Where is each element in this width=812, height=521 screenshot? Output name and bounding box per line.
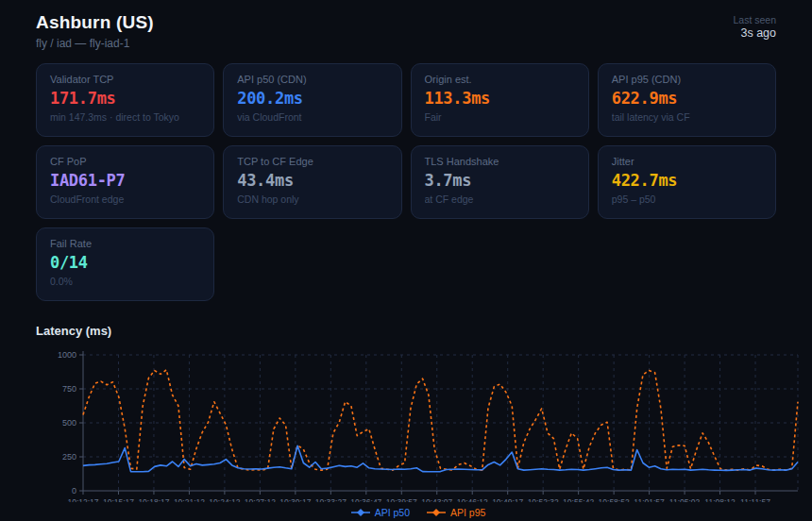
metric-label: Origin est. [425,74,575,85]
svg-text:10:43:07: 10:43:07 [421,497,452,502]
last-seen-label: Last seen [733,14,776,25]
svg-text:10:12:17: 10:12:17 [67,497,98,502]
metric-sub: 0.0% [50,276,200,287]
svg-text:500: 500 [62,418,76,428]
metric-card-fail-rate: Fail Rate0/140.0% [36,227,214,301]
metric-card-validator-tcp: Validator TCP171.7msmin 147.3ms · direct… [36,63,214,137]
metric-sub: min 147.3ms · direct to Tokyo [50,111,200,123]
svg-text:10:18:17: 10:18:17 [138,497,169,502]
metric-card-origin-est: Origin est.113.3msFair [411,63,589,137]
metric-label: Fail Rate [50,238,200,249]
svg-text:10:49:17: 10:49:17 [492,497,523,502]
latency-chart-section: Latency (ms) 0250500750100010:12:1710:15… [36,324,812,518]
metric-label: TCP to CF Edge [237,156,387,167]
metric-value: IAD61-P7 [50,171,200,190]
metric-sub: via CloudFront [237,111,387,123]
legend-line-marker-icon [427,508,446,517]
metric-value: 0/14 [50,253,200,272]
svg-text:10:30:17: 10:30:17 [279,497,311,502]
svg-text:0: 0 [72,486,76,496]
header: Ashburn (US) fly / iad — fly-iad-1 Last … [0,0,812,50]
legend-line-marker-icon [351,508,370,517]
page-title: Ashburn (US) [36,12,154,33]
metric-label: API p95 (CDN) [612,74,762,85]
latency-line-chart[interactable]: 0250500750100010:12:1710:15:1710:18:1710… [36,344,801,502]
metric-sub: CDN hop only [237,193,387,205]
legend-label: API p50 [375,507,410,518]
metric-value: 171.7ms [50,89,200,108]
legend-item-api-p50[interactable]: API p50 [351,507,410,518]
svg-text:250: 250 [62,452,76,462]
metric-card-tls-handshake: TLS Handshake3.7msat CF edge [411,145,589,219]
header-left: Ashburn (US) fly / iad — fly-iad-1 [36,12,154,50]
svg-text:11:05:02: 11:05:02 [669,497,701,502]
svg-text:10:36:47: 10:36:47 [350,497,381,502]
metric-sub: tail latency via CF [612,111,762,123]
svg-text:11:01:57: 11:01:57 [634,497,665,502]
metric-card-jitter: Jitter422.7msp95 – p50 [598,145,776,219]
legend-item-api-p95[interactable]: API p95 [427,507,485,518]
chart-title: Latency (ms) [36,324,812,338]
svg-text:10:46:12: 10:46:12 [457,497,488,502]
svg-text:1000: 1000 [58,350,76,360]
metric-card-cf-pop: CF PoPIAD61-P7CloudFront edge [36,145,214,219]
metric-label: CF PoP [50,156,200,167]
metric-label: Jitter [612,156,762,167]
metric-value: 113.3ms [425,89,575,108]
svg-text:11:08:12: 11:08:12 [704,497,736,502]
svg-text:10:33:27: 10:33:27 [315,497,347,502]
last-seen: Last seen 3s ago [733,12,776,40]
latency-dashboard: Ashburn (US) fly / iad — fly-iad-1 Last … [0,0,812,521]
metric-card-api-p95-cdn: API p95 (CDN)622.9mstail latency via CF [598,63,776,137]
svg-text:10:15:17: 10:15:17 [103,497,134,502]
metric-value: 3.7ms [425,171,575,190]
metric-value: 422.7ms [612,171,762,190]
series-line-api-p95 [83,370,798,470]
svg-text:10:52:32: 10:52:32 [528,497,559,502]
svg-text:10:55:42: 10:55:42 [563,497,594,502]
metric-card-tcp-to-cf-edge: TCP to CF Edge43.4msCDN hop only [223,145,401,219]
metric-label: Validator TCP [50,74,200,85]
metric-sub: p95 – p50 [612,193,762,205]
metric-card-api-p50-cdn: API p50 (CDN)200.2msvia CloudFront [223,63,401,137]
metric-sub: Fair [425,111,575,123]
svg-text:11:11:57: 11:11:57 [740,497,770,502]
metric-label: API p50 (CDN) [237,74,387,85]
svg-text:10:58:52: 10:58:52 [599,497,630,502]
svg-text:10:21:12: 10:21:12 [174,497,205,502]
svg-text:10:24:12: 10:24:12 [209,497,240,502]
metric-sub: at CF edge [425,193,575,205]
svg-text:10:39:57: 10:39:57 [386,497,417,502]
last-seen-value: 3s ago [733,26,776,40]
metric-value: 43.4ms [237,171,387,190]
chart-legend: API p50API p95 [36,507,801,518]
metric-sub: CloudFront edge [50,193,200,205]
metric-label: TLS Handshake [425,156,575,167]
svg-text:10:27:12: 10:27:12 [245,497,276,502]
metric-cards-grid: Validator TCP171.7msmin 147.3ms · direct… [36,63,776,301]
metric-value: 622.9ms [612,89,762,108]
svg-text:750: 750 [62,384,76,394]
page-subtitle: fly / iad — fly-iad-1 [36,37,154,50]
legend-label: API p95 [450,507,485,518]
metric-value: 200.2ms [237,89,387,108]
